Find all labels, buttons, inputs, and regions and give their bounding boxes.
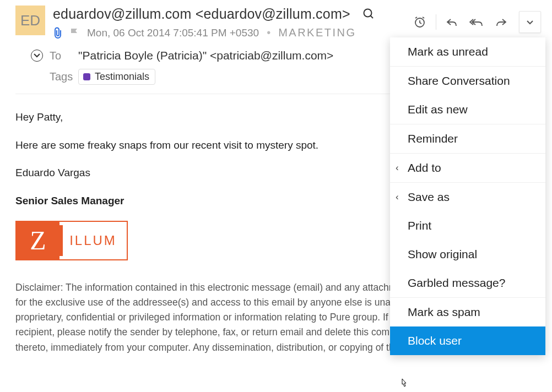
menu-print[interactable]: Print [390,211,545,240]
snooze-button[interactable] [410,13,429,31]
separator-dot: • [267,26,270,39]
logo-mark: Z [17,222,59,259]
search-icon[interactable] [360,6,377,22]
menu-share-conversation[interactable]: Share Conversation [390,66,545,95]
menu-show-original[interactable]: Show original [390,240,545,269]
svg-point-0 [364,9,371,17]
to-label: To [50,50,76,62]
tag-chip[interactable]: Testimonials [78,69,155,85]
menu-reminder[interactable]: Reminder [390,124,545,153]
to-recipient: "Patricia Boyle (Patricia)" <patriciab@z… [78,49,333,62]
collapse-recipients-icon[interactable] [31,50,43,62]
from-address: eduardov@zillum.com <eduardov@zillum.com… [53,6,350,22]
more-actions-button[interactable] [519,11,541,33]
chevron-left-icon: ‹ [396,192,399,203]
folder-label[interactable]: MARKETING [278,26,356,39]
email-date: Mon, 06 Oct 2014 7:05:41 PM +0530 [87,27,259,39]
menu-mark-unread[interactable]: Mark as unread [390,37,545,66]
more-actions-menu: Mark as unread Share Conversation Edit a… [390,37,545,355]
forward-button[interactable] [491,13,510,31]
tag-name: Testimonials [95,71,149,83]
company-logo: Z ILLUM [15,221,128,260]
attachment-icon[interactable] [53,27,63,39]
menu-save-as[interactable]: ‹Save as [390,182,545,211]
flag-icon[interactable] [69,28,79,39]
menu-add-to-label: Add to [408,161,441,175]
reply-all-button[interactable] [467,13,486,31]
menu-save-as-label: Save as [408,190,450,204]
logo-text: ILLUM [59,222,127,259]
cursor-pointer-icon [399,378,409,390]
menu-add-to[interactable]: ‹Add to [390,153,545,182]
svg-line-1 [370,16,373,19]
menu-mark-as-spam[interactable]: Mark as spam [390,297,545,326]
reply-button[interactable] [443,13,462,31]
tag-color-swatch [83,73,90,80]
sender-avatar: ED [15,6,45,35]
menu-block-user[interactable]: Block user [390,326,545,355]
menu-garbled-message[interactable]: Garbled message? [390,269,545,297]
tags-label: Tags [50,70,76,83]
menu-edit-as-new[interactable]: Edit as new [390,95,545,124]
message-toolbar [410,11,541,33]
chevron-left-icon: ‹ [396,162,399,173]
